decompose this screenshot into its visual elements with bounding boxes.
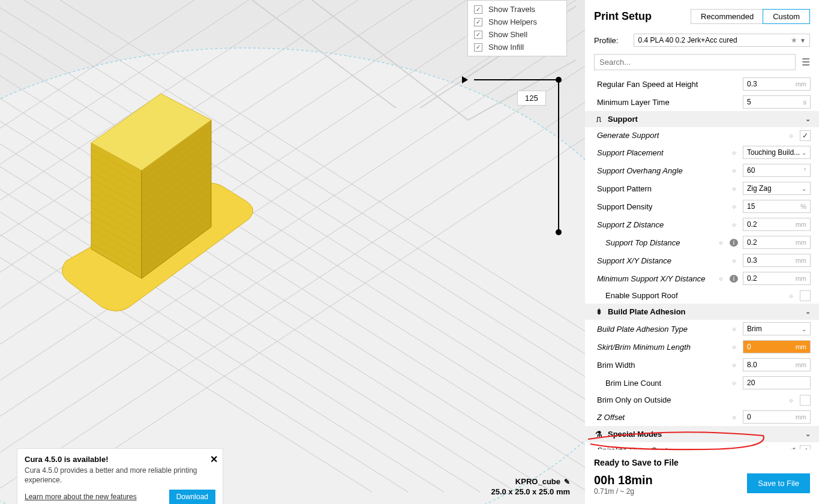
link-icon[interactable]: ⟐ — [787, 131, 795, 140]
section-special[interactable]: ⚗Special Modes⌄ — [585, 426, 819, 442]
support-icon: ⎍ — [593, 115, 604, 124]
gen-support-checkbox[interactable]: ✓ — [800, 130, 811, 141]
adh-type-select[interactable]: Brim⌄ — [743, 322, 811, 335]
link-icon[interactable]: ⟐ — [730, 148, 738, 157]
notif-body: Cura 4.5.0 provides a better and more re… — [25, 466, 215, 485]
legend-infill[interactable]: ✓Show Infill — [468, 41, 566, 53]
link-icon[interactable]: ⟐ — [730, 256, 738, 265]
slider-knob[interactable] — [556, 229, 562, 235]
tab-custom[interactable]: Custom — [763, 9, 810, 24]
brim-count-input[interactable]: 20 — [743, 376, 811, 389]
xydist-label: Support X/Y Distance — [597, 256, 730, 265]
zoffset-input[interactable]: 0mm — [743, 410, 811, 424]
flask-icon: ⚗ — [593, 430, 604, 439]
edit-icon[interactable]: ✎ — [564, 478, 570, 486]
topdist-input[interactable]: 0.2mm — [743, 236, 811, 249]
chevron-down-icon: ▼ — [800, 37, 806, 44]
chevron-down-icon: ⌄ — [802, 326, 806, 332]
update-notification: ✕ Cura 4.5.0 is available! Cura 4.5.0 pr… — [17, 448, 223, 504]
brim-outside-label: Brim Only on Outside — [597, 395, 787, 404]
overhang-label: Support Overhang Angle — [597, 166, 730, 175]
horizontal-slider-track[interactable] — [474, 79, 557, 80]
checkbox-icon[interactable]: ✓ — [474, 18, 482, 26]
link-icon[interactable]: ⟐ — [716, 238, 725, 247]
ready-label: Ready to Save to File — [594, 458, 810, 467]
placement-select[interactable]: Touching Build...⌄ — [743, 146, 811, 159]
placement-label: Support Placement — [597, 148, 730, 157]
profile-label: Profile: — [594, 36, 618, 45]
link-icon[interactable]: ⟐ — [730, 343, 738, 351]
hamburger-icon[interactable]: ☰ — [802, 56, 810, 68]
model-name: KPRO_cube — [515, 477, 560, 486]
pattern-select[interactable]: Zig Zag⌄ — [743, 182, 811, 195]
download-button[interactable]: Download — [169, 490, 215, 504]
chevron-down-icon: ⌄ — [805, 115, 811, 123]
fan-height-input[interactable]: 0.3mm — [743, 77, 811, 91]
zdist-label: Support Z Distance — [597, 220, 730, 229]
checkbox-icon[interactable]: ✓ — [474, 31, 482, 39]
link-icon[interactable]: ⟐ — [730, 202, 738, 211]
info-icon[interactable]: i — [730, 239, 738, 247]
vertical-slider-track[interactable] — [558, 79, 559, 233]
search-input[interactable] — [594, 54, 796, 70]
checkbox-icon[interactable]: ✓ — [474, 43, 482, 52]
link-icon[interactable]: ⟐ — [730, 220, 738, 229]
roof-checkbox[interactable] — [800, 290, 811, 301]
link-icon[interactable]: ⟐ — [730, 166, 738, 175]
skirt-len-input[interactable]: 0mm — [743, 340, 811, 353]
fan-height-label: Regular Fan Speed at Height — [597, 80, 743, 89]
brim-outside-checkbox[interactable] — [800, 395, 811, 406]
skirt-len-label: Skirt/Brim Minimum Length — [597, 343, 730, 352]
model-dimensions: 25.0 x 25.0 x 25.0 mm — [480, 487, 570, 496]
tab-recommended[interactable]: Recommended — [691, 10, 763, 23]
setup-tabs: Recommended Custom — [691, 9, 810, 24]
profile-select[interactable]: 0.4 PLA 40 0.2 Jerk+Acc cured ★▼ — [634, 34, 810, 47]
brim-count-label: Brim Line Count — [605, 379, 730, 388]
min-layer-label: Minimum Layer Time — [597, 98, 743, 107]
link-icon[interactable]: ⟐ — [787, 292, 795, 300]
layer-slider[interactable]: 125 — [466, 76, 565, 238]
minxy-input[interactable]: 0.2mm — [743, 272, 811, 285]
roof-label: Enable Support Roof — [605, 291, 787, 300]
layer-legend: ✓Show Travels ✓Show Helpers ✓Show Shell … — [467, 0, 567, 56]
link-icon[interactable]: ⟐ — [730, 361, 738, 369]
settings-list[interactable]: Regular Fan Speed at Height 0.3mm Minimu… — [585, 75, 819, 449]
density-input[interactable]: 15% — [743, 200, 811, 213]
chevron-down-icon: ⌄ — [805, 308, 811, 316]
build-plate-scene — [0, 0, 585, 504]
checkbox-icon[interactable]: ✓ — [474, 5, 482, 14]
learn-more-link[interactable]: Learn more about the new features — [25, 493, 137, 501]
minxy-label: Minimum Support X/Y Distance — [597, 274, 716, 283]
notif-title: Cura 4.5.0 is available! — [25, 455, 215, 464]
save-to-file-button[interactable]: Save to File — [747, 473, 810, 493]
print-time: 00h 18min — [594, 473, 653, 487]
close-icon[interactable]: ✕ — [210, 454, 218, 465]
min-layer-input[interactable]: 5s — [743, 95, 811, 109]
adh-type-label: Build Plate Adhesion Type — [597, 325, 730, 334]
legend-shell[interactable]: ✓Show Shell — [468, 28, 566, 41]
spiralize-checkbox[interactable]: ✓ — [800, 445, 811, 450]
section-support[interactable]: ⎍Support⌄ — [585, 111, 819, 127]
link-icon[interactable]: ⟐ — [716, 274, 725, 283]
link-icon[interactable]: ⟐ — [730, 325, 738, 333]
chevron-down-icon: ⌄ — [802, 149, 806, 156]
info-icon[interactable]: i — [730, 275, 738, 283]
brim-width-input[interactable]: 8.0mm — [743, 358, 811, 371]
layer-value-input[interactable]: 125 — [517, 91, 546, 106]
link-icon[interactable]: ⟐ — [730, 184, 738, 193]
adhesion-icon: ⇟ — [593, 307, 604, 316]
panel-footer: Ready to Save to File 00h 18min 0.71m / … — [585, 449, 819, 504]
settings-panel: Print Setup Recommended Custom Profile: … — [585, 0, 819, 504]
material-estimate: 0.71m / ~ 2g — [594, 487, 653, 496]
legend-helpers[interactable]: ✓Show Helpers — [468, 16, 566, 28]
3d-viewport[interactable]: ✓Show Travels ✓Show Helpers ✓Show Shell … — [0, 0, 585, 504]
link-icon[interactable]: ⟐ — [730, 413, 738, 421]
overhang-input[interactable]: 60° — [743, 164, 811, 177]
xydist-input[interactable]: 0.3mm — [743, 254, 811, 267]
zdist-input[interactable]: 0.2mm — [743, 218, 811, 231]
link-icon[interactable]: ⟐ — [787, 396, 795, 404]
legend-travels[interactable]: ✓Show Travels — [468, 3, 566, 16]
play-icon[interactable] — [462, 76, 468, 83]
link-icon[interactable]: ⟐ — [730, 379, 738, 387]
section-adhesion[interactable]: ⇟Build Plate Adhesion⌄ — [585, 304, 819, 320]
